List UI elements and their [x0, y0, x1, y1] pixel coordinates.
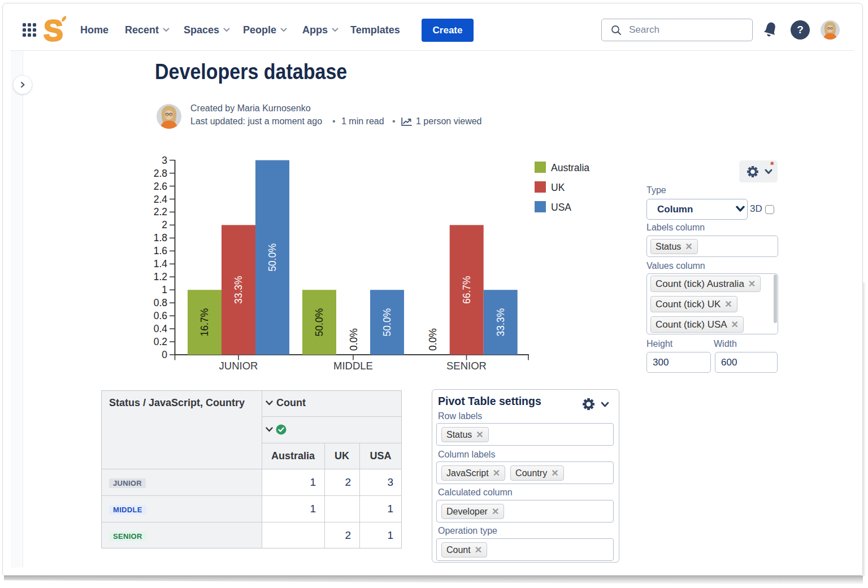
svg-text:2: 2 — [162, 219, 167, 230]
svg-text:1.2: 1.2 — [154, 271, 167, 282]
svg-text:0.2: 0.2 — [154, 336, 167, 347]
svg-text:2.8: 2.8 — [154, 168, 167, 179]
svg-text:0.8: 0.8 — [154, 297, 167, 308]
svg-text:3: 3 — [162, 155, 167, 166]
svg-text:66.7%: 66.7% — [461, 276, 472, 304]
svg-text:0.0%: 0.0% — [348, 328, 359, 351]
svg-text:0: 0 — [162, 349, 167, 360]
svg-text:S: S — [44, 15, 63, 45]
svg-text:2.4: 2.4 — [154, 194, 168, 205]
svg-text:SENIOR: SENIOR — [446, 360, 487, 372]
svg-text:0.4: 0.4 — [154, 323, 168, 334]
svg-text:1.6: 1.6 — [154, 245, 167, 256]
svg-text:2.2: 2.2 — [154, 206, 167, 217]
svg-text:33.3%: 33.3% — [495, 308, 506, 337]
svg-text:1.4: 1.4 — [154, 258, 168, 269]
svg-text:50.0%: 50.0% — [267, 243, 278, 272]
svg-text:16.7%: 16.7% — [199, 308, 210, 337]
svg-text:2.6: 2.6 — [154, 181, 167, 192]
svg-text:50.0%: 50.0% — [381, 308, 393, 337]
svg-text:1.8: 1.8 — [154, 232, 167, 243]
svg-text:JUNIOR: JUNIOR — [219, 360, 258, 372]
svg-text:MIDDLE: MIDDLE — [333, 360, 373, 372]
svg-text:33.3%: 33.3% — [233, 276, 244, 304]
svg-text:1: 1 — [162, 284, 167, 295]
svg-text:50.0%: 50.0% — [314, 308, 325, 337]
svg-text:0.0%: 0.0% — [427, 328, 439, 351]
svg-text:0.6: 0.6 — [154, 310, 167, 321]
